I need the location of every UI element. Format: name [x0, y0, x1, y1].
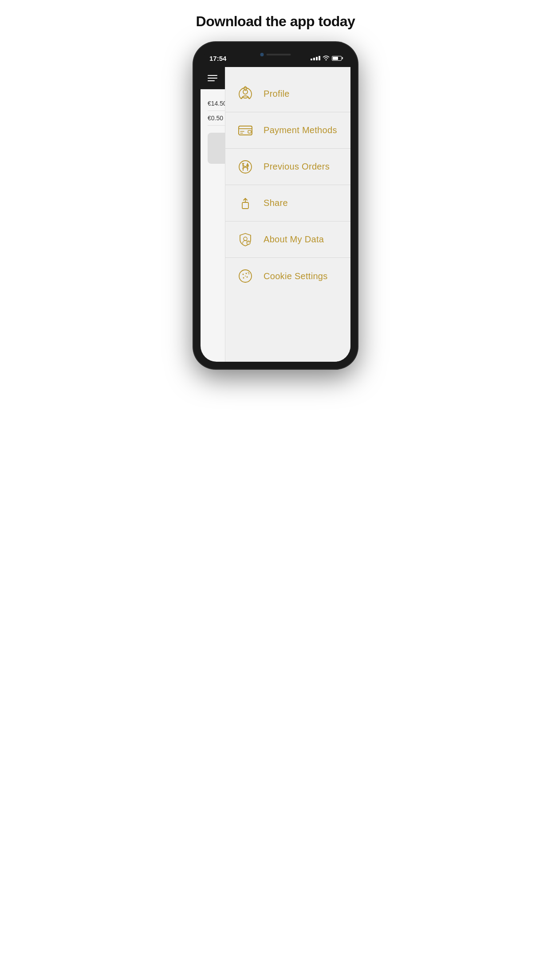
menu-label-previous-orders: Previous Orders: [264, 162, 330, 172]
menu-label-share: Share: [264, 198, 288, 208]
hamburger-icon[interactable]: [208, 75, 217, 81]
headline: Download the app today: [196, 13, 355, 30]
signal-dot-3: [316, 57, 318, 60]
camera-dot: [260, 53, 264, 56]
fork-spoon-icon: [236, 158, 255, 176]
battery-icon: [332, 56, 342, 61]
hamburger-line-1: [208, 75, 217, 76]
signal-dot-2: [313, 58, 315, 60]
page-wrapper: Download the app today 17:54: [184, 0, 367, 369]
menu-list: Profile: [225, 67, 350, 294]
speaker-bar: [267, 54, 291, 55]
menu-item-about-my-data[interactable]: About My Data: [225, 221, 350, 258]
menu-item-previous-orders[interactable]: Previous Orders: [225, 149, 350, 185]
svg-point-11: [243, 274, 244, 275]
battery-fill: [333, 57, 338, 60]
data-shield-icon: [236, 230, 255, 249]
menu-label-cookie-settings: Cookie Settings: [264, 271, 328, 281]
person-pin-icon: [236, 85, 255, 103]
phone-screen: 17:54: [201, 49, 350, 362]
cookie-icon: [236, 267, 255, 285]
status-icons: [311, 55, 342, 62]
menu-label-about-my-data: About My Data: [264, 234, 324, 245]
svg-point-12: [246, 273, 247, 274]
status-bar: 17:54: [201, 49, 350, 67]
app-content: €14.50 €0.50: [201, 67, 350, 362]
menu-item-profile[interactable]: Profile: [225, 76, 350, 112]
share-icon: [236, 194, 255, 213]
svg-rect-2: [248, 130, 251, 133]
svg-point-8: [244, 237, 247, 241]
svg-rect-7: [242, 202, 248, 209]
drawer-overlay: Profile: [225, 67, 350, 362]
signal-dots: [311, 56, 320, 60]
svg-point-14: [243, 277, 244, 279]
wallet-icon: [236, 121, 255, 140]
wifi-icon: [323, 55, 330, 62]
hamburger-line-3: [208, 80, 215, 81]
status-time: 17:54: [209, 55, 226, 62]
menu-item-cookie-settings[interactable]: Cookie Settings: [225, 258, 350, 294]
menu-item-share[interactable]: Share: [225, 185, 350, 221]
svg-point-15: [245, 276, 246, 277]
signal-dot-1: [311, 59, 312, 60]
menu-label-payment-methods: Payment Methods: [264, 125, 337, 135]
signal-dot-4: [319, 56, 320, 60]
menu-item-payment-methods[interactable]: Payment Methods: [225, 112, 350, 149]
hamburger-line-2: [208, 78, 217, 79]
svg-point-13: [247, 277, 248, 278]
phone-shell: 17:54: [193, 42, 358, 369]
menu-label-profile: Profile: [264, 89, 290, 99]
camera-notch: [260, 53, 291, 56]
